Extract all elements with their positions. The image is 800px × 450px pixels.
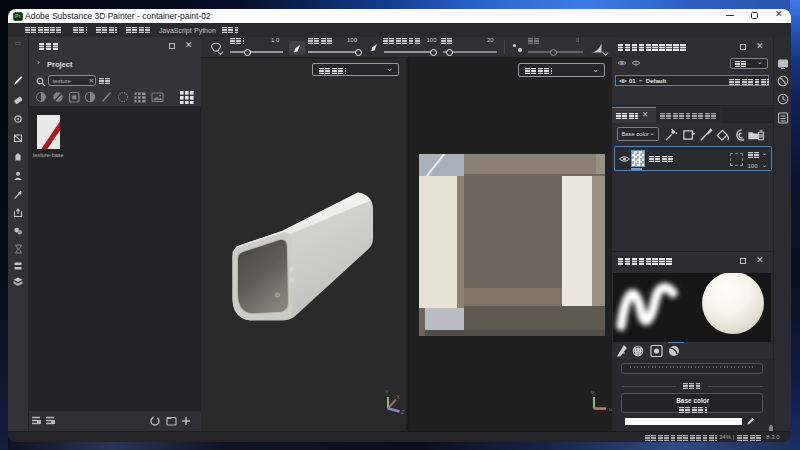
svg-text:Y: Y (385, 389, 389, 395)
svg-text:v: v (591, 389, 594, 395)
svg-text:Z: Z (401, 409, 405, 414)
svg-text:X: X (396, 394, 400, 400)
